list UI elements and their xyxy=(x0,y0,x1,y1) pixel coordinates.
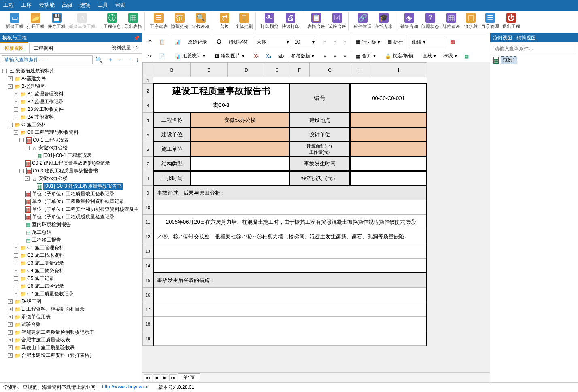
menu-cloud[interactable]: 云功能 xyxy=(39,2,55,9)
move-down-icon[interactable]: ↓ xyxy=(134,56,140,64)
line-style-select[interactable]: 细线 ▾ xyxy=(410,38,446,47)
omega-btn[interactable]: Ω xyxy=(214,37,224,47)
collapse-all-icon[interactable]: － xyxy=(116,56,126,64)
draw-line-btn[interactable]: 画线 ▾ xyxy=(420,51,439,61)
menu-process[interactable]: 工序 xyxy=(21,2,32,9)
tree-c6[interactable]: +C6 施工试验记录 xyxy=(14,282,141,290)
tree-f[interactable]: +承包单位用表 xyxy=(8,313,141,321)
menu-project[interactable]: 工程 xyxy=(3,2,14,9)
dir-manage[interactable]: ☰目录管理 xyxy=(480,12,500,30)
example-item-1[interactable]: 范例1 xyxy=(493,55,576,65)
tree-u3[interactable]: 单位（子单位）工程安全和功能检查资料核查及主 xyxy=(19,206,141,213)
status-link[interactable]: http://www.zhuyew.cn xyxy=(102,384,149,391)
tree-a[interactable]: +A-基建文件 xyxy=(8,75,141,83)
open-project[interactable]: 📂打开工程 xyxy=(26,12,45,30)
tab-project-view[interactable]: 工程视图 xyxy=(29,43,57,53)
special-char-btn[interactable]: 特殊字符 xyxy=(226,37,251,47)
move-up-icon[interactable]: ↑ xyxy=(127,56,133,64)
tree-u4[interactable]: 单位（子单位）工程观感质量检查记录 xyxy=(19,213,141,221)
tree-c01[interactable]: -C0-1 工程概况表 xyxy=(19,136,141,144)
quick-print[interactable]: 🖨快速打印 xyxy=(281,12,300,30)
strike-btn[interactable]: ab xyxy=(276,52,287,61)
tree-c4[interactable]: +C4 施工物资资料 xyxy=(14,267,141,275)
hide-example[interactable]: 范隐藏范例 xyxy=(170,12,189,30)
tab-template-view[interactable]: 模板视图 xyxy=(0,42,28,53)
valign-mid-btn[interactable]: ≡ xyxy=(331,52,339,61)
draw-img-btn[interactable]: 🖼 绘制图片 ▾ xyxy=(212,51,247,61)
grid2-btn[interactable]: ▦ xyxy=(461,52,472,61)
save-project[interactable]: 💾保存工程 xyxy=(47,12,66,30)
tree-k[interactable]: +合肥市建设工程资料（套打表格） xyxy=(8,352,141,359)
copy-btn[interactable]: 📋 xyxy=(156,38,168,47)
font-brush[interactable]: T字体批刷 xyxy=(234,12,254,30)
tree-b4[interactable]: +B4 其他资料 xyxy=(14,113,141,121)
sheet-first[interactable]: ⏮ xyxy=(144,374,152,381)
tree-search-input[interactable] xyxy=(2,55,93,64)
new-project[interactable]: ▭新建工程 xyxy=(5,12,24,30)
sales-consult[interactable]: ◈销售咨询 xyxy=(400,12,419,30)
tree-i[interactable]: +合肥市施工质量验收表 xyxy=(8,336,141,344)
sub-btn[interactable]: X₂ xyxy=(263,52,274,61)
replace[interactable]: ⇄普换 xyxy=(217,12,233,30)
ref-data-btn[interactable]: 参考数据 ▾ xyxy=(288,51,317,61)
stats-btn[interactable]: 📊 汇总统计 ▾ xyxy=(172,51,208,61)
tree-c02[interactable]: C0-2 建设工程质量事故调(勘)查笔录 xyxy=(19,159,141,167)
sheet-next[interactable]: ▶ xyxy=(161,374,168,381)
sheet-last[interactable]: ⏭ xyxy=(169,374,177,381)
valign-top-btn[interactable]: ≡ xyxy=(321,52,329,61)
tree-b1[interactable]: +B1 监理管理资料 xyxy=(14,90,141,98)
online-expert[interactable]: 🎓在线专家 xyxy=(374,12,393,30)
table-ledger[interactable]: 📋表格台账 xyxy=(306,12,326,30)
valign-bot-btn[interactable]: ≡ xyxy=(341,52,349,61)
expand-all-icon[interactable]: ＋ xyxy=(106,56,115,64)
tree-c2[interactable]: +C2 施工技术资料 xyxy=(14,252,141,259)
redo-btn[interactable]: ↷ xyxy=(145,52,155,61)
tree-b3[interactable]: +B3 竣工验收文件 xyxy=(14,106,141,113)
tree-b2[interactable]: +B2 监理工作记录 xyxy=(14,98,141,106)
tree-u2[interactable]: 单位（子单位）工程质量控制资料核查记录 xyxy=(19,198,141,206)
tree-c03[interactable]: -C0-3 建设工程质量事故报告书 xyxy=(19,167,141,175)
merge-btn[interactable]: ▦ 合并 ▾ xyxy=(353,51,378,61)
tree-c03b-selected[interactable]: [001]-C0-3 建设工程质量事故报告书 xyxy=(31,182,141,190)
chart-btn[interactable]: 📊 xyxy=(172,38,183,47)
paste-btn[interactable]: 📄 xyxy=(156,52,168,61)
menu-options[interactable]: 选项 xyxy=(80,2,90,9)
pin-icon[interactable]: 📌 xyxy=(134,35,140,41)
tree-root[interactable]: -安徽省建筑资料库 xyxy=(2,67,141,75)
grid1-btn[interactable]: ▦ xyxy=(448,38,458,47)
tree-j[interactable]: +马鞍山市施工质量验收表 xyxy=(8,344,141,352)
tree-b[interactable]: -B-监理资料 xyxy=(8,83,141,90)
menu-advanced[interactable]: 高级 xyxy=(62,2,72,9)
spreadsheet[interactable]: BCDEFGHI 1 2建设工程质量事故报告书编 号00-00-C0-001 3… xyxy=(142,62,490,372)
tree-g[interactable]: +试验台账 xyxy=(8,321,141,328)
align-left-btn[interactable]: ≡ xyxy=(321,38,329,47)
align-center-btn[interactable]: ≡ xyxy=(331,38,339,47)
rowcol-btn[interactable]: ▦ 行列标 ▾ xyxy=(353,37,383,47)
tree-h[interactable]: +智能建筑工程质量检测验收记录表 xyxy=(8,328,141,336)
pile-manage[interactable]: 🔗砼件管理 xyxy=(353,12,372,30)
tree-c03a[interactable]: -安徽xx办公楼 xyxy=(25,175,141,182)
build-table[interactable]: ☰工序建表 xyxy=(149,12,168,30)
tree-d[interactable]: +D-竣工图 xyxy=(8,298,141,305)
new-unit[interactable]: ⌂新建单位工程 xyxy=(68,12,96,30)
exit[interactable]: ⏻退出工程 xyxy=(502,12,521,30)
tree-c5[interactable]: +C5 施工记录 xyxy=(14,275,141,282)
question-status[interactable]: ?问题状态 xyxy=(421,12,440,30)
tree-c01b[interactable]: [001]-C0-1 工程概况表 xyxy=(31,152,141,159)
tree-c7[interactable]: +C7 施工质量验收记录 xyxy=(14,290,141,298)
tree-u7[interactable]: 工程竣工报告 xyxy=(19,236,141,244)
lock-btn[interactable]: 🔒 锁定/解锁 xyxy=(382,51,416,61)
erase-line-btn[interactable]: 抹线 ▾ xyxy=(440,51,459,61)
font-select[interactable]: 宋体▾ xyxy=(255,38,291,47)
sheet-prev[interactable]: ◀ xyxy=(153,374,160,381)
tree-e[interactable]: +E-工程资料、档案封面和目录 xyxy=(8,305,141,313)
tree-c[interactable]: -C-施工资料 xyxy=(8,121,141,129)
project-info[interactable]: ⓘ工程信息 xyxy=(102,12,122,30)
example-search-input[interactable] xyxy=(492,44,576,53)
part-build[interactable]: ▦部位建表 xyxy=(442,12,461,30)
tree-c1[interactable]: +C1 施工管理资料 xyxy=(14,244,141,252)
undo-btn[interactable]: ↶ xyxy=(145,38,155,47)
print-preview[interactable]: 👁打印预览 xyxy=(260,12,279,30)
menu-tools[interactable]: 工具 xyxy=(98,2,108,9)
sheet-tab-1[interactable]: 第1页 xyxy=(178,373,200,381)
